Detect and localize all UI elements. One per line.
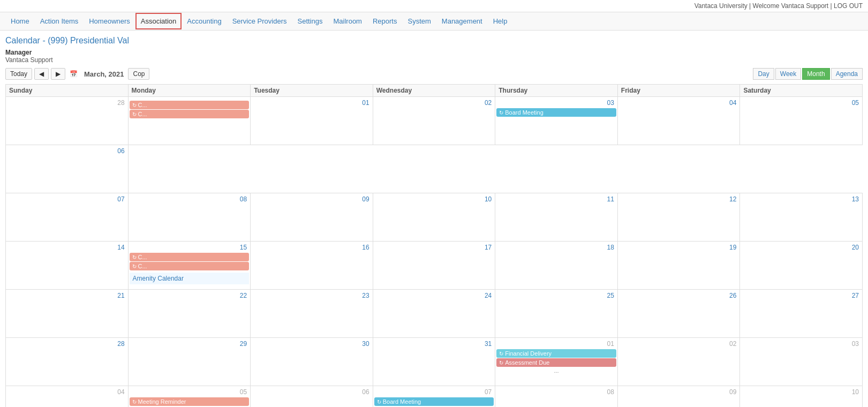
table-row: 30 bbox=[251, 338, 373, 386]
event-c4[interactable]: ↻ C... bbox=[130, 262, 250, 270]
nav-item-settings[interactable]: Settings bbox=[292, 13, 328, 29]
col-friday: Friday bbox=[617, 85, 740, 97]
event-financial-delivery[interactable]: ↻ Financial Delivery bbox=[496, 349, 616, 358]
table-row: 06 bbox=[6, 145, 129, 193]
table-row: 29 bbox=[128, 338, 251, 386]
table-row: 12 bbox=[617, 193, 740, 242]
table-row: 21 bbox=[6, 290, 129, 338]
cal-week-2: 07 08 09 10 11 12 13 bbox=[6, 193, 863, 242]
table-row: 19 bbox=[617, 242, 740, 290]
table-row: 03 bbox=[740, 338, 863, 386]
table-row: 11 bbox=[495, 193, 618, 242]
nav-item-service-providers[interactable]: Service Providers bbox=[227, 13, 292, 29]
nav-item-action-items[interactable]: Action Items bbox=[35, 13, 84, 29]
table-row: 07 ↻ Board Meeting bbox=[373, 386, 495, 408]
event-c1[interactable]: ↻ C... bbox=[130, 101, 250, 109]
table-row: 01 bbox=[251, 97, 373, 145]
table-row: 04 bbox=[6, 386, 129, 408]
nav-item-association[interactable]: Association bbox=[135, 13, 182, 29]
col-wednesday: Wednesday bbox=[373, 85, 495, 97]
manager-name: Vantaca Support bbox=[5, 56, 863, 64]
table-row: 26 bbox=[617, 290, 740, 338]
nav-item-system[interactable]: System bbox=[402, 13, 436, 29]
col-monday: Monday bbox=[128, 85, 251, 97]
copy-button[interactable]: Cop bbox=[128, 68, 149, 80]
table-row: 02 bbox=[373, 97, 495, 145]
nav-item-accounting[interactable]: Accounting bbox=[182, 13, 227, 29]
event-c2[interactable]: ↻ C... bbox=[130, 110, 250, 118]
nav-item-reports[interactable]: Reports bbox=[367, 13, 403, 29]
more-events-dots[interactable]: ... bbox=[496, 367, 616, 374]
prev-button[interactable]: ◀ bbox=[34, 68, 49, 80]
table-row: ↻ C... ↻ C... bbox=[128, 97, 251, 145]
table-row: 24 bbox=[373, 290, 495, 338]
table-row: 31 bbox=[373, 338, 495, 386]
nav-item-mailroom[interactable]: Mailroom bbox=[328, 13, 367, 29]
top-bar-info: Vantaca University | Welcome Vantaca Sup… bbox=[695, 2, 863, 10]
table-row: 15 ↻ C... ↻ C... Amenity Calendar bbox=[128, 242, 251, 290]
cal-week-1: 28 ↻ C... ↻ C... 01 02 03 ↻ Board Meetin… bbox=[6, 97, 863, 145]
table-row: 14 bbox=[6, 242, 129, 290]
calendar-toolbar: Today ◀ ▶ 📅 March, 2021 Cop Day Week Mon… bbox=[5, 68, 863, 80]
table-row: 17 bbox=[373, 242, 495, 290]
col-saturday: Saturday bbox=[740, 85, 863, 97]
cal-week-6: 04 05 ↻ Meeting Reminder 06 07 ↻ Board M… bbox=[6, 386, 863, 408]
agenda-view-button[interactable]: Agenda bbox=[831, 68, 863, 80]
amenity-calendar-label: Amenity Calendar bbox=[130, 273, 250, 284]
table-row: 06 bbox=[251, 386, 373, 408]
event-meeting-reminder[interactable]: ↻ Meeting Reminder bbox=[130, 397, 250, 406]
table-row: 25 bbox=[495, 290, 618, 338]
calendar-grid: Sunday Monday Tuesday Wednesday Thursday… bbox=[5, 84, 863, 407]
table-row: 05 bbox=[740, 97, 863, 145]
today-button[interactable]: Today bbox=[5, 68, 32, 80]
next-button[interactable]: ▶ bbox=[51, 68, 65, 80]
manager-label: Manager bbox=[5, 49, 863, 56]
manager-section: Manager Vantaca Support bbox=[5, 49, 863, 64]
table-row: 27 bbox=[740, 290, 863, 338]
table-row: 08 bbox=[495, 386, 618, 408]
table-row: 28 bbox=[6, 97, 129, 145]
col-thursday: Thursday bbox=[495, 85, 618, 97]
table-row: 04 bbox=[617, 97, 740, 145]
month-view-button[interactable]: Month bbox=[802, 68, 829, 80]
nav-bar: Home Action Items Homeowners Association… bbox=[0, 12, 868, 31]
col-tuesday: Tuesday bbox=[251, 85, 373, 97]
nav-item-help[interactable]: Help bbox=[488, 13, 513, 29]
nav-item-management[interactable]: Management bbox=[436, 13, 488, 29]
event-board-meeting-2[interactable]: ↻ Board Meeting bbox=[374, 397, 494, 406]
table-row: 01 ↻ Financial Delivery ↻ Assessment Due… bbox=[495, 338, 618, 386]
table-row: 10 bbox=[740, 386, 863, 408]
page-title: Calendar - (999) Presidential Val bbox=[5, 36, 863, 46]
top-bar: Vantaca University | Welcome Vantaca Sup… bbox=[0, 0, 868, 12]
cal-week-4: 21 22 23 24 25 26 27 bbox=[6, 290, 863, 338]
week-view-button[interactable]: Week bbox=[775, 68, 801, 80]
table-row: 18 bbox=[495, 242, 618, 290]
table-row: 03 ↻ Board Meeting bbox=[495, 97, 618, 145]
table-row: 05 ↻ Meeting Reminder bbox=[128, 386, 251, 408]
cal-week-5: 28 29 30 31 01 ↻ Financial Delivery ↻ As… bbox=[6, 338, 863, 386]
table-row: 07 bbox=[6, 193, 129, 242]
nav-item-homeowners[interactable]: Homeowners bbox=[84, 13, 135, 29]
table-row: 09 bbox=[617, 386, 740, 408]
day-view-button[interactable]: Day bbox=[753, 68, 774, 80]
cal-week-3: 14 15 ↻ C... ↻ C... Amenity Calendar 16 … bbox=[6, 242, 863, 290]
table-row: 16 bbox=[251, 242, 373, 290]
cal-week-extra: 06 bbox=[6, 145, 863, 193]
page-content: Calendar - (999) Presidential Val Manage… bbox=[0, 31, 868, 407]
table-row: 20 bbox=[740, 242, 863, 290]
cal-toolbar-left: Today ◀ ▶ 📅 March, 2021 Cop bbox=[5, 68, 149, 80]
event-c3[interactable]: ↻ C... bbox=[130, 253, 250, 261]
table-row: 09 bbox=[251, 193, 373, 242]
table-row: 22 bbox=[128, 290, 251, 338]
col-sunday: Sunday bbox=[6, 85, 129, 97]
event-assessment-due[interactable]: ↻ Assessment Due bbox=[496, 358, 616, 367]
table-row: 28 bbox=[6, 338, 129, 386]
table-row: 13 bbox=[740, 193, 863, 242]
table-row: 23 bbox=[251, 290, 373, 338]
month-label: March, 2021 bbox=[84, 70, 124, 78]
table-row: 08 bbox=[128, 193, 251, 242]
nav-item-home[interactable]: Home bbox=[5, 13, 35, 29]
cal-toolbar-right: Day Week Month Agenda bbox=[753, 68, 863, 80]
table-row: 02 bbox=[617, 338, 740, 386]
event-board-meeting-1[interactable]: ↻ Board Meeting bbox=[496, 108, 616, 117]
